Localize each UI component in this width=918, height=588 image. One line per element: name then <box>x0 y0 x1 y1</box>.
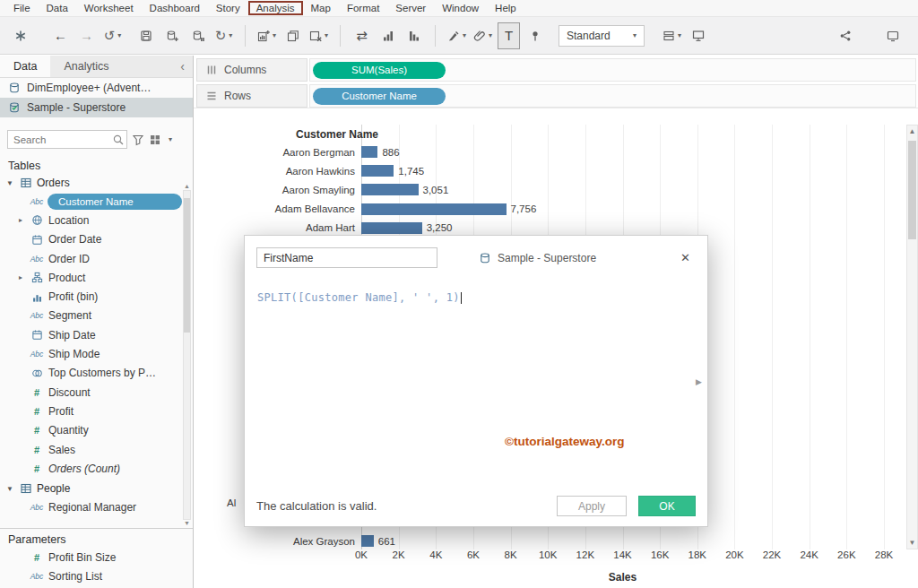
menu-file[interactable]: File <box>5 2 39 14</box>
field-ship-date[interactable]: Ship Date <box>0 325 193 344</box>
chevron-down-icon[interactable]: ▾ <box>229 31 232 39</box>
scroll-down-icon[interactable]: ▼ <box>909 537 916 549</box>
scroll-up-icon[interactable]: ▲ <box>909 125 916 137</box>
scroll-thumb[interactable] <box>908 141 916 239</box>
menu-help[interactable]: Help <box>487 2 524 14</box>
scroll-up-icon[interactable]: ▲ <box>184 183 190 190</box>
show-mark-labels-icon[interactable]: T <box>498 22 520 49</box>
row-label[interactable]: Aaron Smayling <box>194 185 361 195</box>
show-hide-cards-icon[interactable]: ▾ <box>661 22 683 49</box>
fix-axes-icon[interactable] <box>524 22 546 49</box>
new-data-source-icon[interactable] <box>160 22 183 49</box>
tab-analytics[interactable]: Analytics <box>50 56 122 77</box>
field-orders-count[interactable]: #Orders (Count) <box>0 459 193 478</box>
field-top-customers-by-p[interactable]: Top Customers by P… <box>0 364 193 383</box>
field-order-date[interactable]: Order Date <box>0 230 193 249</box>
menu-data[interactable]: Data <box>39 2 76 14</box>
tableau-logo-icon[interactable] <box>9 22 31 49</box>
field-ship-mode[interactable]: AbcShip Mode <box>0 344 193 363</box>
save-icon[interactable] <box>134 22 157 49</box>
menu-format[interactable]: Format <box>339 2 387 14</box>
group-members-icon[interactable]: ▾ <box>472 22 494 49</box>
expand-caret-icon[interactable]: ▸ <box>19 273 28 281</box>
presentation-mode-icon[interactable] <box>687 22 709 49</box>
datasource-sample-superstore[interactable]: Sample - Superstore <box>0 98 193 117</box>
ok-button[interactable]: OK <box>638 496 696 516</box>
share-workbook-icon[interactable] <box>834 22 856 49</box>
pill-sum-sales[interactable]: SUM(Sales) <box>313 62 446 79</box>
menu-dashboard[interactable]: Dashboard <box>142 2 208 14</box>
calc-name-input[interactable] <box>256 247 437 268</box>
scroll-thumb[interactable] <box>184 198 190 333</box>
datasource-dimemployee-advent[interactable]: DimEmployee+ (Advent… <box>0 78 193 98</box>
highlight-icon[interactable]: ▾ <box>446 22 468 49</box>
group-orders[interactable]: ▼Orders <box>0 174 193 192</box>
expand-caret-icon[interactable]: ▸ <box>19 216 28 224</box>
field-product[interactable]: ▸Product <box>0 268 193 287</box>
formula-editor[interactable]: SPLIT([Customer Name], ' ', 1) <box>257 291 707 304</box>
run-update-icon[interactable]: ↻▾ <box>212 22 235 49</box>
field-quantity[interactable]: #Quantity <box>0 421 193 440</box>
menu-window[interactable]: Window <box>434 2 487 14</box>
bar[interactable] <box>361 146 377 158</box>
chevron-down-icon[interactable]: ▾ <box>678 31 681 39</box>
chart-scrollbar[interactable]: ▲ ▼ <box>906 125 918 549</box>
view-as-icon[interactable] <box>149 134 161 146</box>
field-profit-bin-size[interactable]: #Profit Bin Size <box>0 548 193 566</box>
replay-icon[interactable]: ↺▾ <box>101 22 124 49</box>
row-label[interactable]: Aaron Hawkins <box>194 166 361 177</box>
field-profit[interactable]: #Profit <box>0 402 193 420</box>
undo-icon[interactable]: ← <box>49 22 72 49</box>
bar[interactable] <box>361 203 507 215</box>
expand-panel-icon[interactable]: ▶ <box>696 377 702 386</box>
selected-field-pill[interactable]: Customer Name <box>48 194 182 210</box>
redo-icon[interactable]: → <box>75 22 98 49</box>
group-people[interactable]: ▼People <box>0 480 193 497</box>
row-label[interactable]: Alex Grayson <box>194 536 361 547</box>
clear-sheet-icon[interactable]: ▾ <box>307 22 330 49</box>
tab-data[interactable]: Data <box>0 56 50 77</box>
chevron-down-icon[interactable]: ▾ <box>489 31 492 39</box>
chevron-down-icon[interactable]: ▾ <box>273 31 276 39</box>
chevron-down-icon[interactable]: ▾ <box>463 31 466 39</box>
menu-map[interactable]: Map <box>303 2 339 14</box>
field-location[interactable]: ▸Location <box>0 211 193 229</box>
bar[interactable] <box>361 165 394 177</box>
scroll-down-icon[interactable]: ▼ <box>184 520 190 527</box>
bar[interactable] <box>361 184 419 195</box>
row-label[interactable]: Adam Bellavance <box>194 203 361 214</box>
bar[interactable] <box>361 222 422 234</box>
chevron-down-icon[interactable]: ▾ <box>169 135 172 143</box>
device-preview-icon[interactable] <box>881 22 904 49</box>
field-sorting-list[interactable]: AbcSorting List <box>0 567 193 586</box>
menu-story[interactable]: Story <box>208 2 248 14</box>
pause-auto-updates-icon[interactable] <box>186 22 209 49</box>
pill-customer-name[interactable]: Customer Name <box>313 88 446 105</box>
field-regional-manager[interactable]: AbcRegional Manager <box>0 497 193 516</box>
collapse-caret-icon[interactable]: ▼ <box>6 179 15 187</box>
close-icon[interactable]: ✕ <box>676 249 695 266</box>
collapse-pane-icon[interactable]: ‹ <box>172 56 193 77</box>
row-label[interactable]: Aaron Bergman <box>194 147 361 158</box>
rows-shelf-area[interactable]: Customer Name <box>309 84 916 108</box>
new-worksheet-icon[interactable]: ▾ <box>255 22 278 49</box>
field-discount[interactable]: #Discount <box>0 383 193 402</box>
filter-icon[interactable] <box>132 134 144 146</box>
fit-dropdown[interactable]: Standard▾ <box>559 25 645 47</box>
row-label[interactable]: Adam Hart <box>194 222 361 233</box>
field-sales[interactable]: #Sales <box>0 440 193 459</box>
field-segment[interactable]: AbcSegment <box>0 307 193 325</box>
chevron-down-icon[interactable]: ▾ <box>325 31 328 39</box>
columns-shelf-area[interactable]: SUM(Sales) <box>309 58 916 82</box>
field-profit-bin[interactable]: Profit (bin) <box>0 287 193 306</box>
search-input[interactable] <box>7 130 127 149</box>
sort-descending-icon[interactable] <box>403 22 425 49</box>
menu-worksheet[interactable]: Worksheet <box>76 2 142 14</box>
sidebar-scrollbar[interactable]: ▲ ▼ <box>182 183 192 527</box>
collapse-caret-icon[interactable]: ▼ <box>6 485 15 493</box>
field-order-id[interactable]: AbcOrder ID <box>0 249 193 268</box>
swap-rows-columns-icon[interactable]: ⇄ <box>351 22 373 49</box>
menu-analysis[interactable]: Analysis <box>248 1 303 15</box>
menu-server[interactable]: Server <box>387 2 434 14</box>
sort-ascending-icon[interactable] <box>377 22 399 49</box>
